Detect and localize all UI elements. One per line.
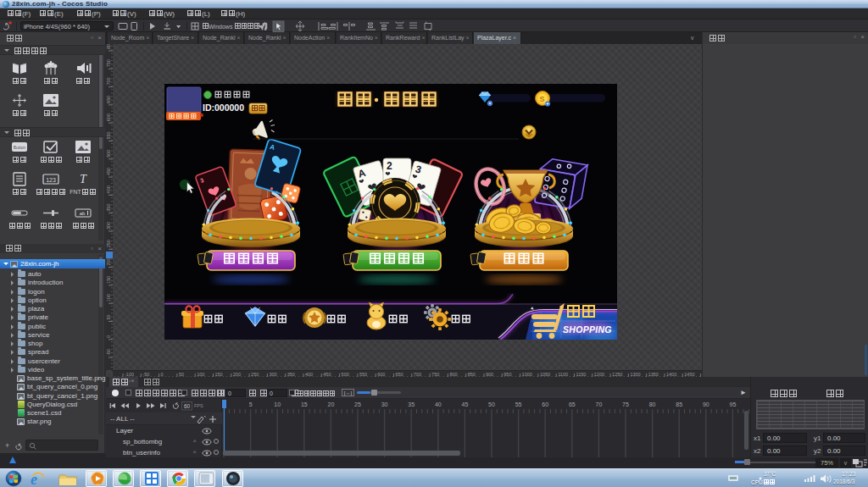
svg-text:75: 75: [622, 401, 629, 407]
svg-text:80: 80: [649, 401, 656, 407]
svg-text:2: 2: [387, 160, 392, 172]
svg-text:FPS: FPS: [194, 403, 203, 408]
svg-text:20: 20: [328, 401, 335, 407]
svg-text:700: 700: [106, 77, 111, 85]
svg-text:600: 600: [106, 113, 111, 121]
svg-text:10: 10: [274, 401, 281, 407]
svg-text:ab: ab: [80, 211, 86, 216]
svg-text:5: 5: [249, 401, 253, 407]
svg-text:35: 35: [408, 401, 415, 407]
svg-text:123: 123: [46, 177, 56, 183]
svg-text:500: 500: [106, 150, 111, 158]
svg-text:250: 250: [106, 240, 111, 247]
svg-text:60: 60: [184, 403, 191, 409]
svg-text:SHOPPING: SHOPPING: [563, 324, 612, 335]
svg-text:65: 65: [569, 401, 576, 407]
svg-text:50: 50: [488, 401, 495, 407]
svg-text:S: S: [540, 95, 545, 103]
svg-text:90: 90: [703, 401, 709, 407]
svg-text:350: 350: [106, 204, 111, 212]
svg-text:150: 150: [106, 276, 111, 284]
svg-text:95: 95: [730, 401, 737, 407]
svg-text:800: 800: [106, 44, 111, 49]
svg-text:50: 50: [106, 314, 111, 319]
svg-text:200: 200: [106, 257, 111, 265]
svg-text:85: 85: [676, 401, 682, 407]
svg-text:450: 450: [106, 168, 111, 175]
svg-text:100: 100: [106, 294, 111, 302]
svg-text:550: 550: [106, 131, 111, 139]
svg-text:45: 45: [462, 401, 469, 407]
svg-text:25: 25: [354, 401, 361, 407]
svg-text:0: 0: [106, 335, 111, 338]
svg-text:30: 30: [381, 401, 388, 407]
svg-text:60: 60: [542, 401, 548, 407]
svg-text:400: 400: [106, 185, 111, 193]
svg-text:-50: -50: [106, 349, 111, 356]
svg-text:Button: Button: [14, 145, 26, 150]
svg-text:40: 40: [435, 401, 442, 407]
svg-text:750: 750: [106, 59, 111, 67]
svg-text:15: 15: [301, 401, 308, 407]
svg-text:ID:000000: ID:000000: [203, 102, 244, 113]
svg-text:55: 55: [515, 401, 522, 407]
svg-text:70: 70: [596, 401, 603, 407]
svg-text:T: T: [80, 173, 87, 185]
svg-text:650: 650: [106, 96, 111, 103]
svg-text:300: 300: [106, 222, 111, 230]
svg-text:Windows: Windows: [209, 24, 233, 30]
